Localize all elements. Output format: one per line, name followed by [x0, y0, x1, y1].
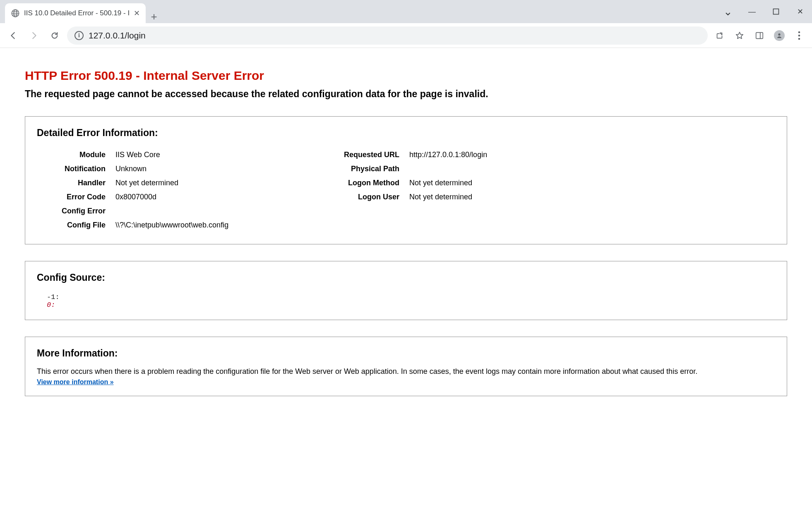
kv-row: Logon MethodNot yet determined: [318, 177, 775, 188]
kv-row: Requested URLhttp://127.0.0.1:80/login: [318, 149, 775, 160]
error-subtitle: The requested page cannot be accessed be…: [25, 88, 787, 100]
window-minimize-icon[interactable]: —: [740, 0, 764, 23]
config-source-line: -1:: [47, 293, 775, 301]
reload-button[interactable]: [46, 27, 63, 44]
tab-title: IIS 10.0 Detailed Error - 500.19 - I: [24, 9, 130, 17]
svg-point-6: [798, 31, 800, 33]
kv-key: Error Code: [37, 191, 115, 202]
svg-rect-2: [774, 9, 779, 14]
kv-key: Config File: [37, 220, 115, 230]
kv-row: Error Code0x8007000d: [37, 191, 293, 202]
kv-key: Notification: [37, 163, 115, 174]
kv-key: Handler: [37, 177, 115, 188]
config-source-panel: Config Source: -1: 0:: [25, 261, 787, 320]
kv-row: Physical Path: [318, 163, 775, 174]
detail-right-column: Requested URLhttp://127.0.0.1:80/login P…: [318, 146, 775, 234]
page-content: HTTP Error 500.19 - Internal Server Erro…: [0, 48, 812, 507]
back-button[interactable]: [5, 27, 22, 44]
config-source-code: -1: 0:: [37, 291, 775, 310]
browser-toolbar: i 127.0.0.1/login: [0, 23, 812, 48]
window-close-icon[interactable]: ✕: [788, 0, 812, 23]
kv-value: \\?\C:\inetpub\wwwroot\web.config: [115, 220, 293, 230]
error-title: HTTP Error 500.19 - Internal Server Erro…: [25, 69, 787, 83]
kv-row: ModuleIIS Web Core: [37, 149, 293, 160]
more-info-panel: More Information: This error occurs when…: [25, 337, 787, 396]
bookmark-star-icon[interactable]: [732, 28, 747, 43]
kv-key: Logon User: [318, 191, 409, 202]
kv-value: 0x8007000d: [115, 191, 293, 202]
svg-point-8: [798, 38, 800, 40]
browser-tab[interactable]: IIS 10.0 Detailed Error - 500.19 - I ✕: [5, 3, 146, 23]
config-source-line: 0:: [47, 301, 775, 309]
kv-value: [409, 163, 775, 174]
more-info-heading: More Information:: [37, 348, 775, 359]
kv-key: Config Error: [37, 206, 115, 216]
forward-button[interactable]: [26, 27, 42, 44]
kv-value: Not yet determined: [115, 177, 293, 188]
address-bar[interactable]: i 127.0.0.1/login: [67, 26, 708, 45]
kv-row: Config File\\?\C:\inetpub\wwwroot\web.co…: [37, 220, 293, 230]
window-maximize-icon[interactable]: [764, 0, 788, 23]
view-more-link[interactable]: View more information »: [37, 378, 114, 386]
url-text: 127.0.0.1/login: [89, 31, 146, 41]
kv-key: Logon Method: [318, 177, 409, 188]
more-info-text: This error occurs when there is a proble…: [37, 366, 775, 377]
tab-strip: IIS 10.0 Detailed Error - 500.19 - I ✕ +…: [0, 0, 812, 23]
svg-point-5: [778, 33, 780, 35]
kv-value: Not yet determined: [409, 177, 775, 188]
site-info-icon[interactable]: i: [74, 31, 84, 40]
kv-key: Requested URL: [318, 149, 409, 160]
kv-value: http://127.0.0.1:80/login: [409, 149, 775, 160]
kv-row: Logon UserNot yet determined: [318, 191, 775, 202]
close-tab-icon[interactable]: ✕: [134, 9, 140, 18]
window-caret-icon[interactable]: ⌄: [716, 0, 740, 23]
kv-value: [115, 206, 293, 216]
kv-value: Unknown: [115, 163, 293, 174]
kv-value: IIS Web Core: [115, 149, 293, 160]
detail-heading: Detailed Error Information:: [37, 127, 775, 139]
globe-icon: [11, 9, 20, 18]
window-controls: ⌄ — ✕: [716, 0, 812, 23]
detail-panel: Detailed Error Information: ModuleIIS We…: [25, 116, 787, 244]
kv-row: HandlerNot yet determined: [37, 177, 293, 188]
kebab-menu-icon[interactable]: [791, 28, 807, 43]
profile-avatar[interactable]: [771, 28, 787, 43]
kv-row: Config Error: [37, 206, 293, 216]
kv-value: Not yet determined: [409, 191, 775, 202]
share-icon[interactable]: [712, 28, 728, 43]
new-tab-button[interactable]: +: [146, 10, 162, 23]
kv-row: NotificationUnknown: [37, 163, 293, 174]
svg-rect-3: [756, 32, 763, 38]
side-panel-icon[interactable]: [752, 28, 767, 43]
detail-left-column: ModuleIIS Web Core NotificationUnknown H…: [37, 146, 293, 234]
kv-key: Physical Path: [318, 163, 409, 174]
svg-point-7: [798, 34, 800, 36]
config-source-heading: Config Source:: [37, 272, 775, 283]
kv-key: Module: [37, 149, 115, 160]
